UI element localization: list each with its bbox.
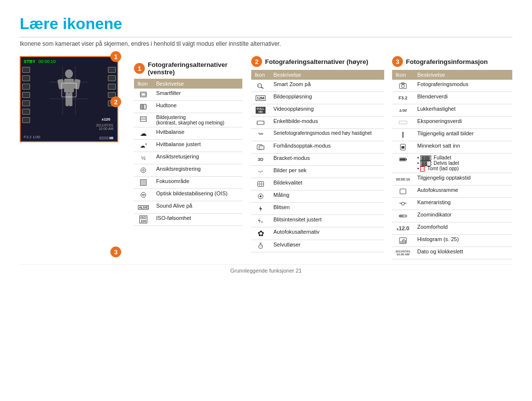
svg-rect-51: [406, 159, 407, 160]
icon-blender: F3.2: [396, 93, 410, 102]
table-row: • ▓▓▓: Fulladet • ▓▓░: Delvis ladet • □:…: [392, 154, 512, 173]
icon-sound-alive: ALIVE: [137, 203, 149, 212]
table-row: Kameraristing: [392, 198, 512, 210]
section1-panel: 1 Fotograferingsalternativer (venstre) I…: [134, 61, 242, 226]
table-row: ☁ Hvitbalanse: [134, 127, 242, 140]
table-row: 00:00:10 Tilgjengelig opptakstid: [392, 173, 512, 185]
svg-point-19: [142, 169, 144, 171]
table-row: Bildejustering (kontrast, skarphet og me…: [134, 113, 242, 127]
icon-bilder-sek: [255, 167, 266, 176]
svg-point-27: [141, 192, 146, 197]
icon-foto-modus: [396, 81, 410, 90]
table-row: Fokusområde: [134, 177, 242, 189]
icon-dato: 2011/07/0110:00 AM: [396, 248, 410, 257]
s2-col-ikon: Ikon: [251, 70, 270, 80]
icon-autofokus: ✿: [255, 229, 266, 238]
table-row: ± Blitsintensitet justert: [251, 215, 384, 227]
section2-title: 2 Fotograferingsalternativer (høyre): [251, 56, 384, 67]
svg-rect-47: [402, 132, 403, 138]
icon-bildekvalitet: [255, 180, 266, 188]
bubble-1: 1: [110, 51, 121, 62]
table-row: F3.2 Blenderverdi: [392, 92, 512, 104]
icon-bildejustering: [137, 115, 149, 123]
svg-rect-33: [259, 146, 264, 150]
table-row: Fotograferingsmodus: [392, 80, 512, 92]
svg-rect-12: [141, 93, 145, 96]
table-row: Ansiktsregistrering: [134, 164, 242, 177]
svg-rect-49: [401, 146, 404, 149]
icon-smart-zoom: +: [255, 81, 266, 90]
icon-autofokusramme: [396, 187, 410, 196]
table-row: Smartfilter: [134, 89, 242, 101]
table-row: Minnekort satt inn: [392, 141, 512, 154]
camera-figure-svg: [49, 66, 89, 115]
table-row: 1/30 Lukkerhastighet: [392, 104, 512, 117]
table-row: Bilder per sek: [251, 166, 384, 178]
table-row: Hudtone: [134, 101, 242, 113]
icon-kameraristing: [396, 199, 410, 208]
icon-selvutloser: [255, 242, 266, 250]
icon-serie: [255, 130, 266, 139]
table-row: Tilgjengelig antall bilder: [392, 129, 512, 141]
icon-maling: [255, 192, 266, 201]
table-row: Seriefotograferingsmodus med høy hastigh…: [251, 129, 384, 141]
table-row: x12.0 Zoomforhold: [392, 222, 512, 235]
icon-batteri: [396, 155, 410, 164]
icon-hudtone: [137, 102, 149, 111]
icon-eksponering: [396, 118, 410, 127]
svg-rect-8: [66, 93, 69, 106]
table-row: ISO100 ISO-følsomhet: [134, 214, 242, 226]
svg-rect-13: [140, 104, 143, 109]
svg-point-4: [65, 69, 73, 78]
svg-rect-31: [257, 121, 264, 124]
section3-title: 3 Fotograferingsinformasjon: [392, 56, 512, 67]
table-row: ✿ Autofokusalternativ: [251, 227, 384, 240]
icon-ansiktsregistrering: [137, 166, 149, 175]
table-row: Autofokusramme: [392, 185, 512, 198]
svg-text:±: ±: [261, 220, 263, 223]
table-row: Optisk bildestabilisering (OIS): [134, 189, 242, 201]
footer: Grunnleggende funksjoner 21: [20, 264, 512, 274]
table-row: Histogram (s. 25): [392, 235, 512, 247]
zoom-display: x120: [101, 117, 110, 122]
icon-zoomindikator: [396, 212, 410, 220]
table-row: Zoomindikator: [392, 210, 512, 222]
date-display: 2011/07/0110:00 AM: [96, 123, 113, 130]
icon-blitsen: [255, 204, 266, 213]
table-row: 2011/07/0110:00 AM Dato og klokkeslett: [392, 247, 512, 259]
svg-rect-60: [403, 239, 404, 243]
table-row: Enkeltbilde-modus: [251, 117, 384, 129]
section1-bubble: 1: [134, 63, 145, 74]
page-title: Lære ikonene: [20, 15, 512, 37]
fstop-display: F3.2 1/30: [24, 135, 40, 139]
icon-histogram: [396, 236, 410, 245]
icon-fokusomrade: [137, 178, 149, 187]
icon-blitsintensitet: ±: [255, 216, 266, 225]
section3-bubble: 3: [392, 56, 403, 67]
svg-rect-5: [64, 79, 74, 93]
icon-bildeopplosning: 12M: [255, 93, 266, 102]
icon-antall-bilder: [396, 130, 410, 139]
section2-bubble: 2: [251, 56, 262, 67]
svg-point-39: [260, 195, 262, 197]
s1-col-beskrivelse: Beskrivelse: [153, 79, 242, 89]
table-row: 3D Bracket-modus: [251, 154, 384, 166]
svg-line-42: [261, 246, 262, 247]
icon-hvitbalanse-justert: ☁±: [137, 141, 149, 150]
svg-rect-7: [73, 79, 80, 90]
s3-col-beskrivelse: Beskrivelse: [414, 70, 512, 80]
svg-rect-58: [400, 241, 401, 243]
table-row: Forhåndsopptak-modus: [251, 141, 384, 154]
svg-rect-46: [399, 121, 407, 124]
svg-rect-9: [69, 93, 72, 106]
icon-minnekort: [396, 143, 410, 152]
icon-bracket: 3D: [255, 155, 266, 164]
icon-zoomforhold: x12.0: [396, 224, 410, 233]
table-row: Blitsen: [251, 203, 384, 215]
footer-text: Grunnleggende funksjoner 21: [231, 268, 302, 274]
table-row: Måling: [251, 190, 384, 203]
bubble-3: 3: [110, 247, 121, 257]
table-row: ALIVE Sound Alive på: [134, 201, 242, 214]
icon-hvitbalanse: ☁: [137, 129, 149, 138]
page-subtitle: Ikonene som kameraet viser på skjermen, …: [20, 40, 512, 47]
